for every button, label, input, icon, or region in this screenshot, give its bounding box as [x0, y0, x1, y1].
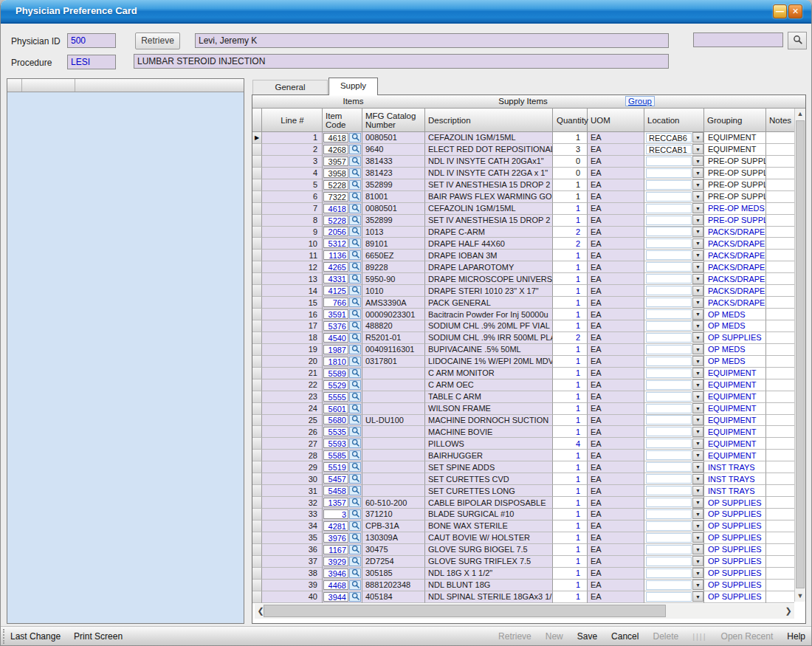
item-code-input[interactable]: 1357: [323, 498, 348, 507]
quantity-cell[interactable]: 1: [553, 368, 588, 379]
item-lookup-button[interactable]: [349, 486, 361, 495]
quantity-cell[interactable]: 3: [553, 144, 588, 156]
location-dropdown-button[interactable]: ▼: [692, 544, 703, 554]
row-selector-cell[interactable]: [252, 415, 262, 427]
item-lookup-button[interactable]: [349, 133, 361, 142]
grouping-cell[interactable]: EQUIPMENT: [704, 450, 766, 461]
quantity-cell[interactable]: 1: [553, 215, 588, 227]
location-input[interactable]: [646, 415, 692, 425]
quantity-cell[interactable]: 1: [553, 403, 588, 415]
item-lookup-button[interactable]: [349, 333, 361, 343]
location-input[interactable]: [646, 286, 692, 295]
quantity-cell[interactable]: 1: [553, 309, 588, 320]
item-lookup-button[interactable]: [349, 533, 361, 543]
minimize-button[interactable]: —: [773, 4, 787, 18]
row-selector-cell[interactable]: [252, 580, 262, 591]
grouping-cell[interactable]: OP SUPPLIES: [704, 332, 766, 344]
location-dropdown-button[interactable]: ▼: [692, 320, 703, 331]
location-dropdown-button[interactable]: ▼: [692, 215, 703, 225]
item-lookup-button[interactable]: [349, 592, 361, 602]
location-input[interactable]: [646, 557, 692, 566]
quantity-cell[interactable]: 0: [553, 156, 588, 168]
location-dropdown-button[interactable]: ▼: [692, 179, 703, 190]
quantity-cell[interactable]: 1: [553, 556, 588, 568]
item-lookup-button[interactable]: [349, 238, 361, 248]
notes-cell[interactable]: [766, 215, 794, 227]
location-input[interactable]: [646, 238, 692, 248]
item-code-input[interactable]: 5529: [323, 380, 348, 390]
notes-cell[interactable]: [766, 497, 794, 509]
quantity-cell[interactable]: 1: [553, 473, 588, 485]
location-input[interactable]: [646, 168, 692, 178]
item-lookup-button[interactable]: [349, 415, 361, 425]
grouping-cell[interactable]: PACKS/DRAPES: [704, 227, 766, 238]
row-selector-cell[interactable]: [252, 379, 262, 391]
location-input[interactable]: [646, 380, 692, 390]
notes-cell[interactable]: [766, 473, 794, 485]
location-dropdown-button[interactable]: ▼: [692, 486, 703, 496]
row-selector-cell[interactable]: [252, 250, 262, 261]
location-input[interactable]: [646, 357, 692, 366]
notes-cell[interactable]: [766, 568, 794, 580]
row-selector-cell[interactable]: [252, 332, 262, 344]
quantity-cell[interactable]: 1: [553, 461, 588, 473]
notes-cell[interactable]: [766, 356, 794, 368]
item-code-input[interactable]: 5312: [323, 238, 348, 248]
grouping-cell[interactable]: OP MEDS: [704, 309, 766, 320]
location-dropdown-button[interactable]: ▼: [692, 298, 703, 308]
grouping-cell[interactable]: EQUIPMENT: [704, 426, 766, 438]
location-input[interactable]: [646, 462, 692, 472]
location-dropdown-button[interactable]: ▼: [692, 309, 703, 320]
row-selector-cell[interactable]: [252, 485, 262, 497]
grouping-cell[interactable]: EQUIPMENT: [704, 391, 766, 403]
row-selector-cell[interactable]: [252, 403, 262, 415]
grouping-cell[interactable]: PACKS/DRAPES: [704, 285, 766, 297]
location-dropdown-button[interactable]: ▼: [692, 556, 703, 566]
location-dropdown-button[interactable]: ▼: [692, 168, 703, 178]
item-lookup-button[interactable]: [349, 192, 361, 202]
quantity-cell[interactable]: 1: [553, 497, 588, 509]
quantity-cell[interactable]: 1: [553, 285, 588, 297]
horizontal-scrollbar[interactable]: ❮ ❯: [255, 604, 794, 619]
location-input[interactable]: [646, 250, 692, 260]
location-dropdown-button[interactable]: ▼: [692, 191, 703, 202]
scroll-down-arrow-icon[interactable]: ▼: [795, 591, 805, 602]
row-selector-cell[interactable]: [252, 591, 262, 603]
location-dropdown-button[interactable]: ▼: [692, 250, 703, 261]
item-lookup-button[interactable]: [349, 498, 361, 507]
row-selector-cell[interactable]: [252, 450, 262, 461]
quantity-cell[interactable]: 1: [553, 509, 588, 520]
item-code-input[interactable]: 4618: [323, 133, 348, 142]
search-button[interactable]: [788, 32, 807, 49]
quantity-cell[interactable]: 1: [553, 591, 588, 603]
notes-cell[interactable]: [766, 156, 794, 168]
delete-button[interactable]: Delete: [653, 631, 678, 642]
quantity-cell[interactable]: 1: [553, 391, 588, 403]
item-code-input[interactable]: 5519: [323, 462, 348, 472]
item-lookup-button[interactable]: [349, 580, 361, 590]
grouping-cell[interactable]: OP MEDS: [704, 356, 766, 368]
grouping-cell[interactable]: OP SUPPLIES: [704, 509, 766, 520]
item-code-input[interactable]: 5555: [323, 392, 348, 402]
close-button[interactable]: ✕: [788, 4, 802, 18]
procedure-field[interactable]: LESI: [67, 55, 116, 69]
quantity-cell[interactable]: 1: [553, 520, 588, 532]
notes-cell[interactable]: [766, 509, 794, 520]
quantity-cell[interactable]: 2: [553, 238, 588, 250]
item-code-input[interactable]: 1136: [323, 250, 348, 260]
grouping-cell[interactable]: OP SUPPLIES: [704, 556, 766, 568]
quantity-cell[interactable]: 1: [553, 344, 588, 356]
row-selector-cell[interactable]: [252, 568, 262, 580]
row-selector-cell[interactable]: [252, 556, 262, 568]
grouping-cell[interactable]: PACKS/DRAPES: [704, 238, 766, 250]
quantity-cell[interactable]: 4: [553, 438, 588, 450]
location-input[interactable]: [646, 216, 692, 225]
notes-cell[interactable]: [766, 261, 794, 273]
row-selector-cell[interactable]: [252, 297, 262, 309]
row-selector-cell[interactable]: [252, 391, 262, 403]
item-lookup-button[interactable]: [349, 545, 361, 554]
grouping-cell[interactable]: OP MEDS: [704, 320, 766, 332]
item-lookup-button[interactable]: [349, 568, 361, 578]
location-input[interactable]: [646, 509, 692, 519]
notes-cell[interactable]: [766, 438, 794, 450]
